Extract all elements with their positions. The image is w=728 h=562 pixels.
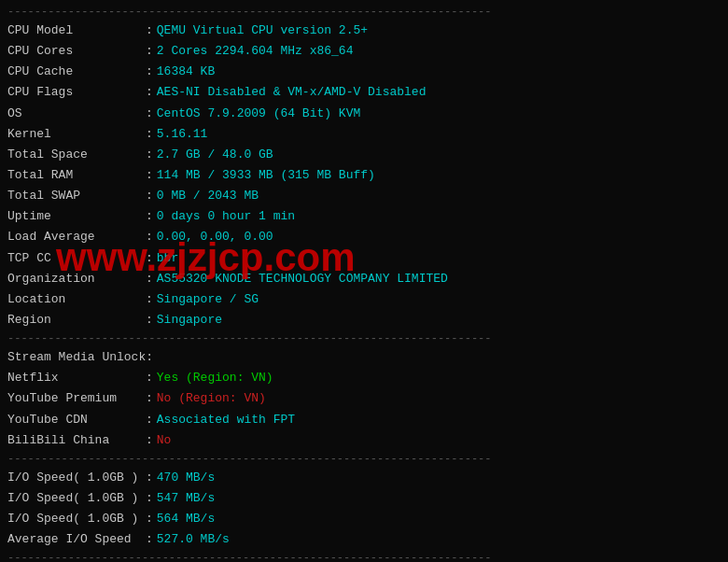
divider-top: ----------------------------------------… <box>0 4 728 21</box>
label-tcp-cc: TCP CC <box>7 249 146 268</box>
row-region: Region : Singapore <box>0 310 728 330</box>
value-io-3: 564 MB/s <box>157 510 215 528</box>
label-cpu-model: CPU Model <box>7 21 146 40</box>
label-cpu-cache: CPU Cache <box>7 63 146 81</box>
row-location: Location : Singapore / SG <box>0 289 728 310</box>
label-location: Location <box>7 290 146 309</box>
label-youtube-cdn: YouTube CDN <box>7 411 146 429</box>
value-total-space: 2.7 GB / 48.0 GB <box>157 146 273 164</box>
label-total-swap: Total SWAP <box>7 187 146 205</box>
row-os: OS : CentOS 7.9.2009 (64 Bit) KVM <box>0 104 728 124</box>
row-cpu-cores: CPU Cores : 2 Cores 2294.604 MHz x86_64 <box>0 41 728 62</box>
value-bilibili: No <box>157 431 172 450</box>
row-uptime: Uptime : 0 days 0 hour 1 min <box>0 206 728 227</box>
row-organization: Organization : AS55320 KNODE TECHNOLOGY … <box>0 269 728 289</box>
row-kernel: Kernel : 5.16.11 <box>0 124 728 145</box>
row-total-ram: Total RAM : 114 MB / 3933 MB (315 MB Buf… <box>0 165 728 186</box>
row-tcp-cc: TCP CC : bbr <box>0 248 728 269</box>
value-youtube-cdn: Associated with FPT <box>157 411 295 429</box>
value-youtube-premium: No (Region: VN) <box>157 389 266 408</box>
label-total-space: Total Space <box>7 146 146 164</box>
system-info-section: CPU Model : QEMU Virtual CPU version 2.5… <box>0 21 728 330</box>
label-io-3: I/O Speed( 1.0GB ) <box>7 510 146 528</box>
label-region: Region <box>7 311 146 330</box>
label-kernel: Kernel <box>7 125 146 144</box>
label-uptime: Uptime <box>7 207 146 226</box>
divider-4: ----------------------------------------… <box>0 550 728 562</box>
value-load-average: 0.00, 0.00, 0.00 <box>157 228 273 246</box>
row-stream-header: Stream Media Unlock : <box>0 347 728 368</box>
label-netflix: Netflix <box>7 369 146 387</box>
row-total-space: Total Space : 2.7 GB / 48.0 GB <box>0 145 728 165</box>
value-organization: AS55320 KNODE TECHNOLOGY COMPANY LIMITED <box>157 270 448 288</box>
io-speed-section: I/O Speed( 1.0GB ) : 470 MB/s I/O Speed(… <box>0 468 728 551</box>
value-tcp-cc: bbr <box>157 249 178 268</box>
label-avg-io: Average I/O Speed <box>7 530 146 549</box>
row-cpu-flags: CPU Flags : AES-NI Disabled & VM-x/AMD-V… <box>0 82 728 103</box>
label-cpu-flags: CPU Flags <box>7 83 146 102</box>
terminal-window: www.zjzjcp.com -------------------------… <box>0 4 728 562</box>
label-cpu-cores: CPU Cores <box>7 42 146 61</box>
value-avg-io: 527.0 MB/s <box>157 530 230 549</box>
label-io-1: I/O Speed( 1.0GB ) <box>7 469 146 487</box>
label-organization: Organization <box>7 270 146 288</box>
label-youtube-premium: YouTube Premium <box>7 389 146 408</box>
label-stream-media: Stream Media Unlock <box>7 348 146 367</box>
value-total-swap: 0 MB / 2043 MB <box>157 187 259 205</box>
value-io-1: 470 MB/s <box>157 469 215 487</box>
value-netflix: Yes (Region: VN) <box>157 369 273 387</box>
row-netflix: Netflix : Yes (Region: VN) <box>0 368 728 388</box>
row-youtube-premium: YouTube Premium : No (Region: VN) <box>0 388 728 409</box>
row-bilibili: BiliBili China : No <box>0 430 728 451</box>
row-load-average: Load Average : 0.00, 0.00, 0.00 <box>0 227 728 247</box>
value-total-ram: 114 MB / 3933 MB (315 MB Buff) <box>157 166 375 185</box>
value-region: Singapore <box>157 311 222 330</box>
value-location: Singapore / SG <box>157 290 259 309</box>
value-io-2: 547 MB/s <box>157 489 215 508</box>
row-cpu-model: CPU Model : QEMU Virtual CPU version 2.5… <box>0 21 728 41</box>
label-os: OS <box>7 105 146 123</box>
label-io-2: I/O Speed( 1.0GB ) <box>7 489 146 508</box>
label-bilibili: BiliBili China <box>7 431 146 450</box>
value-uptime: 0 days 0 hour 1 min <box>157 207 295 226</box>
row-io-1: I/O Speed( 1.0GB ) : 470 MB/s <box>0 468 728 488</box>
row-avg-io: Average I/O Speed : 527.0 MB/s <box>0 529 728 550</box>
label-total-ram: Total RAM <box>7 166 146 185</box>
value-kernel: 5.16.11 <box>157 125 208 144</box>
label-load-average: Load Average <box>7 228 146 246</box>
value-cpu-model: QEMU Virtual CPU version 2.5+ <box>157 21 368 40</box>
value-cpu-cache: 16384 KB <box>157 63 215 81</box>
value-cpu-flags: AES-NI Disabled & VM-x/AMD-V Disabled <box>157 83 427 102</box>
row-total-swap: Total SWAP : 0 MB / 2043 MB <box>0 186 728 206</box>
value-os: CentOS 7.9.2009 (64 Bit) KVM <box>157 105 360 123</box>
divider-2: ----------------------------------------… <box>0 330 728 347</box>
stream-media-section: Stream Media Unlock : Netflix : Yes (Reg… <box>0 347 728 451</box>
row-io-2: I/O Speed( 1.0GB ) : 547 MB/s <box>0 488 728 509</box>
row-cpu-cache: CPU Cache : 16384 KB <box>0 62 728 82</box>
divider-3: ----------------------------------------… <box>0 451 728 468</box>
row-io-3: I/O Speed( 1.0GB ) : 564 MB/s <box>0 509 728 529</box>
value-cpu-cores: 2 Cores 2294.604 MHz x86_64 <box>157 42 354 61</box>
row-youtube-cdn: YouTube CDN : Associated with FPT <box>0 410 728 430</box>
